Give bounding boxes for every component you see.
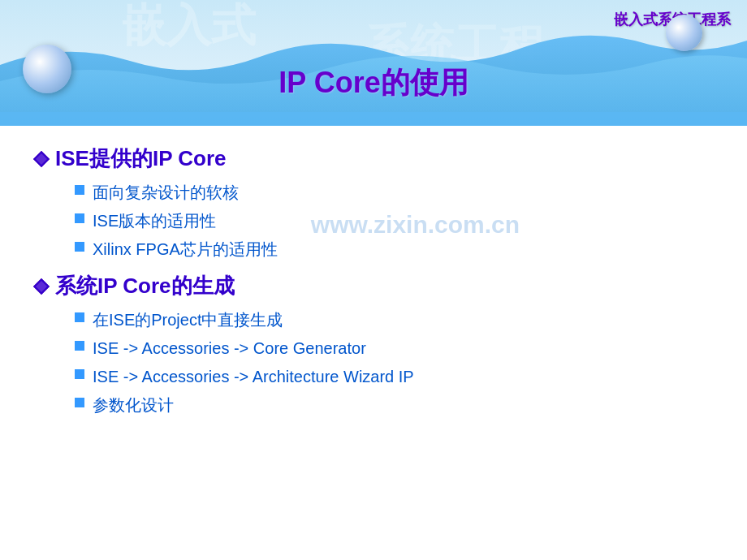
section1-heading: ISE提供的IP Core [32, 144, 715, 173]
list-item: ISE版本的适用性 [75, 209, 715, 232]
square-bullet-icon [75, 185, 84, 195]
svg-text:嵌入式: 嵌入式 [122, 0, 257, 50]
square-bullet-icon [75, 369, 84, 379]
list-item: ISE -> Accessories -> Core Generator [75, 337, 715, 360]
sphere-right-decoration [666, 15, 702, 51]
item-text-bold: ISE -> Accessories -> Core Generator [93, 337, 366, 360]
item-text: ISE版本的适用性 [93, 209, 216, 232]
item-text: Xilinx FPGA芯片的适用性 [93, 238, 278, 261]
item-text: 面向复杂设计的软核 [93, 181, 239, 204]
main-content: ISE提供的IP Core 面向复杂设计的软核 ISE版本的适用性 Xilinx… [32, 138, 715, 544]
square-bullet-icon [75, 312, 84, 322]
item-text: 在ISE的Project中直接生成 [93, 308, 283, 331]
square-bullet-icon [75, 213, 84, 223]
diamond-bullet-1 [32, 150, 50, 168]
list-item: Xilinx FPGA芯片的适用性 [75, 238, 715, 261]
diamond-bullet-2 [32, 278, 50, 295]
list-item: ISE -> Accessories -> Architecture Wizar… [75, 365, 715, 388]
section2-heading: 系统IP Core的生成 [32, 272, 715, 300]
section1-list: 面向复杂设计的软核 ISE版本的适用性 Xilinx FPGA芯片的适用性 [75, 181, 715, 261]
section1-title: ISE提供的IP Core [55, 144, 226, 173]
list-item: 在ISE的Project中直接生成 [75, 308, 715, 331]
svg-rect-3 [0, 112, 747, 126]
square-bullet-icon [75, 242, 84, 252]
page-title: IP Core的使用 [0, 63, 747, 103]
section2-title: 系统IP Core的生成 [55, 272, 235, 300]
list-item: 参数化设计 [75, 394, 715, 416]
item-text-bold: ISE -> Accessories -> Architecture Wizar… [93, 365, 414, 388]
list-item: 面向复杂设计的软核 [75, 181, 715, 204]
section2-list: 在ISE的Project中直接生成 ISE -> Accessories -> … [75, 308, 715, 416]
square-bullet-icon [75, 398, 84, 407]
item-text: 参数化设计 [93, 394, 174, 416]
square-bullet-icon [75, 341, 84, 351]
